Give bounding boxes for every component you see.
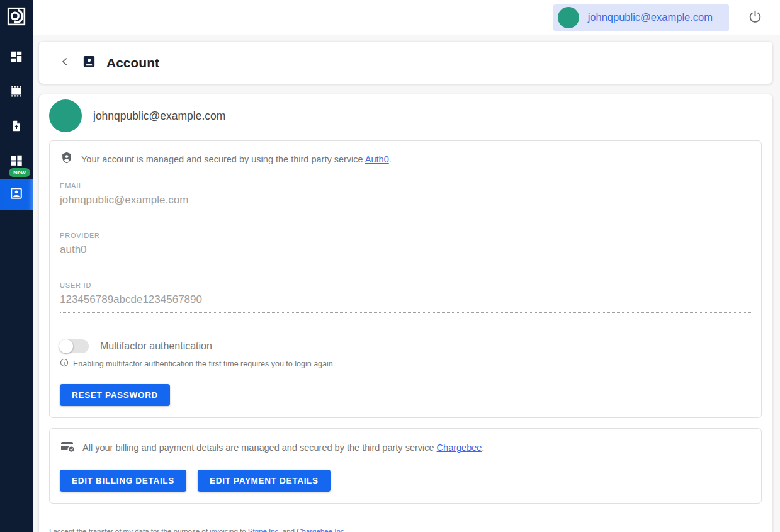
dashboard-icon: [9, 50, 23, 66]
mfa-row: Multifactor authentication: [60, 339, 751, 353]
account-icon: [9, 186, 23, 203]
user-id-field-value: 123456789abcde1234567890: [60, 293, 751, 313]
content-area: Account johnqpublic@example.com: [33, 35, 780, 532]
mfa-toggle[interactable]: [60, 339, 89, 353]
page-title: Account: [106, 55, 159, 71]
user-menu-chip[interactable]: johnqpublic@example.com: [553, 4, 729, 31]
back-button[interactable]: [57, 54, 73, 72]
logout-button[interactable]: [748, 9, 762, 26]
billing-buttons: EDIT BILLING DETAILS EDIT PAYMENT DETAIL…: [60, 470, 751, 492]
auth0-link[interactable]: Auth0: [365, 154, 389, 164]
selection-icon: [9, 84, 23, 101]
invoicing-consent-line: I accept the transfer of my data for the…: [49, 528, 762, 532]
sidebar: New: [0, 0, 33, 532]
managed-text: Your account is managed and secured by u…: [81, 154, 392, 164]
legal-footer: I accept the transfer of my data for the…: [49, 528, 762, 532]
email-field: EMAIL johnqpublic@example.com: [60, 182, 751, 213]
mfa-toggle-knob: [59, 339, 73, 353]
email-field-label: EMAIL: [60, 182, 751, 190]
app-logo[interactable]: [0, 0, 33, 35]
avatar: [49, 99, 82, 132]
edit-billing-details-button[interactable]: EDIT BILLING DETAILS: [60, 470, 186, 492]
avatar: [558, 7, 579, 28]
info-icon: [60, 358, 69, 369]
power-icon: [748, 9, 762, 26]
mfa-label: Multifactor authentication: [100, 341, 212, 352]
logo-icon: [7, 7, 26, 28]
chargebee-inc-link[interactable]: Chargebee Inc.: [297, 528, 346, 532]
sidebar-item-file-upload[interactable]: [0, 110, 33, 144]
provider-field-value: auth0: [60, 244, 751, 263]
account-header-icon: [82, 54, 96, 71]
provider-field-label: PROVIDER: [60, 232, 751, 239]
chargebee-link[interactable]: Chargebee: [437, 443, 482, 453]
billing-managed-row: All your billing and payment details are…: [60, 439, 751, 456]
user-id-field: USER ID 123456789abcde1234567890: [60, 281, 751, 313]
billing-text: All your billing and payment details are…: [82, 443, 484, 453]
edit-payment-details-button[interactable]: EDIT PAYMENT DETAILS: [198, 470, 331, 492]
user-email: johnqpublic@example.com: [588, 11, 713, 23]
sidebar-item-selection[interactable]: [0, 75, 33, 110]
user-id-field-label: USER ID: [60, 281, 751, 289]
mfa-info-row: Enabling multifactor authentication the …: [60, 358, 751, 369]
billing-panel: All your billing and payment details are…: [49, 428, 762, 504]
sidebar-item-account[interactable]: [0, 179, 33, 210]
sidebar-item-apps[interactable]: New: [0, 144, 33, 179]
profile-email: johnqpublic@example.com: [93, 110, 225, 123]
mfa-info-text: Enabling multifactor authentication the …: [73, 359, 333, 368]
email-field-value: johnqpublic@example.com: [60, 194, 751, 213]
account-card: johnqpublic@example.com Your account is …: [39, 94, 772, 532]
reset-password-button[interactable]: RESET PASSWORD: [60, 384, 170, 406]
page-header-card: Account: [39, 42, 772, 84]
stripe-link[interactable]: Stripe Inc.: [248, 528, 281, 532]
managed-by-row: Your account is managed and secured by u…: [60, 151, 751, 167]
sidebar-item-dashboard[interactable]: [0, 40, 33, 75]
profile-row: johnqpublic@example.com: [49, 99, 762, 132]
new-badge: New: [9, 168, 30, 178]
apps-icon: [9, 154, 23, 170]
account-panel: Your account is managed and secured by u…: [49, 140, 762, 418]
topbar: johnqpublic@example.com: [33, 0, 780, 35]
chevron-left-icon: [59, 56, 71, 69]
provider-field: PROVIDER auth0: [60, 232, 751, 263]
file-upload-icon: [10, 119, 23, 135]
shield-person-icon: [60, 151, 74, 167]
credit-card-check-icon: [60, 439, 75, 456]
